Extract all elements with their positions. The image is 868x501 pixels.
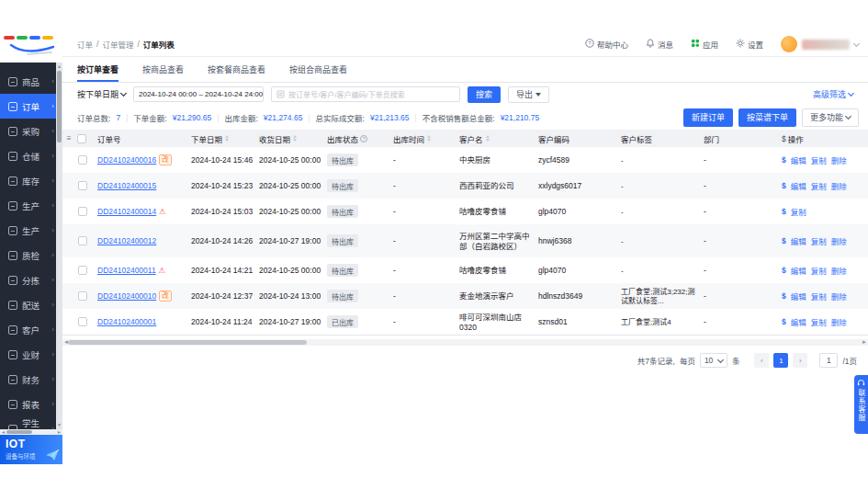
- table-hscrollbar[interactable]: ◄ ►: [62, 339, 868, 346]
- row-action-link[interactable]: 编辑: [791, 180, 806, 191]
- sort-icon[interactable]: [293, 135, 297, 142]
- sidebar-item-student-meal[interactable]: 学生餐›: [0, 416, 62, 429]
- money-action-icon[interactable]: $: [782, 291, 786, 301]
- next-page-button[interactable]: ›: [793, 353, 807, 368]
- breadcrumb-link[interactable]: 订单管理: [102, 39, 133, 50]
- order-number-link[interactable]: DD24102400016: [97, 155, 156, 165]
- sort-icon[interactable]: [427, 135, 431, 142]
- sidebar-item-customer[interactable]: 客户›: [0, 317, 62, 342]
- info-icon[interactable]: ?: [360, 135, 367, 142]
- row-checkbox[interactable]: [78, 155, 87, 165]
- user-menu[interactable]: [781, 36, 859, 52]
- scroll-up-icon[interactable]: ▲: [56, 63, 62, 70]
- topbar-action-apps[interactable]: 应用: [691, 39, 718, 50]
- breadcrumb-link[interactable]: 订单: [77, 39, 93, 50]
- row-checkbox[interactable]: [78, 291, 87, 301]
- tab-1[interactable]: 按订单查看: [77, 63, 118, 82]
- row-action-link[interactable]: 删除: [831, 180, 847, 191]
- sidebar-scrollbar[interactable]: ▲ ▼: [56, 63, 62, 429]
- order-number-link[interactable]: DD24102400001: [97, 317, 156, 326]
- row-action-link[interactable]: 复制: [811, 180, 827, 191]
- advanced-filter-toggle[interactable]: 高级筛选: [813, 88, 853, 100]
- order-number-link[interactable]: DD24102400011: [97, 266, 156, 275]
- sidebar-item-report[interactable]: 报表›: [0, 392, 62, 416]
- row-action-link[interactable]: 删除: [831, 235, 847, 246]
- sidebar-item-finance[interactable]: 财务›: [0, 367, 62, 392]
- row-action-link[interactable]: 编辑: [791, 235, 806, 246]
- row-action-link[interactable]: 删除: [831, 316, 847, 327]
- order-number-link[interactable]: DD24102400015: [97, 181, 156, 190]
- sidebar-item-goods[interactable]: 商品›: [0, 69, 62, 94]
- money-action-icon[interactable]: $: [782, 207, 786, 216]
- order-number-link[interactable]: DD24102400012: [97, 236, 156, 245]
- sidebar-item-quality-check[interactable]: 质检›: [0, 243, 62, 268]
- avatar[interactable]: [781, 36, 797, 52]
- row-action-link[interactable]: 编辑: [791, 316, 806, 327]
- scroll-right-icon[interactable]: ►: [862, 339, 867, 346]
- date-range-input[interactable]: 2024-10-24 00:00 – 2024-10-24 24:00: [133, 86, 264, 102]
- per-page-select[interactable]: 10: [700, 353, 727, 368]
- row-action-link[interactable]: 复制: [811, 154, 827, 165]
- current-page-button[interactable]: 1: [773, 353, 788, 368]
- row-checkbox[interactable]: [78, 266, 87, 275]
- sidebar-item-warehouse[interactable]: 仓储›: [0, 143, 62, 168]
- row-action-link[interactable]: 复制: [791, 206, 806, 217]
- row-checkbox[interactable]: [78, 207, 87, 216]
- row-checkbox[interactable]: [78, 317, 87, 326]
- tab-3[interactable]: 按套餐商品查看: [208, 63, 265, 82]
- row-action-link[interactable]: 编辑: [791, 290, 806, 302]
- customer-service-tab[interactable]: 联系客服: [854, 375, 868, 434]
- money-action-icon[interactable]: $: [782, 155, 786, 165]
- order-number-link[interactable]: DD24102400014: [97, 207, 156, 216]
- sidebar-item-orders[interactable]: 订单›: [0, 94, 62, 119]
- select-all-checkbox[interactable]: [77, 134, 86, 143]
- table-hscrollbar-thumb[interactable]: [68, 340, 307, 345]
- sidebar-item-inventory[interactable]: 库存›: [0, 168, 62, 193]
- export-button[interactable]: 导出: [508, 86, 549, 103]
- scroll-down-icon[interactable]: ▼: [56, 422, 62, 428]
- sidebar-scrollbar-thumb[interactable]: [57, 71, 62, 142]
- page-jump-input[interactable]: 1: [819, 353, 838, 368]
- money-action-icon[interactable]: $: [782, 236, 786, 245]
- order-number-link[interactable]: DD24102400010: [97, 291, 156, 301]
- search-button[interactable]: 搜索: [468, 86, 501, 103]
- topbar-action-bell[interactable]: 消息: [646, 39, 673, 50]
- money-action-icon[interactable]: $: [782, 266, 786, 275]
- row-action-link[interactable]: 删除: [831, 154, 847, 165]
- sidebar-item-production[interactable]: 生产›: [0, 193, 62, 218]
- new-order-button[interactable]: 新建订单: [683, 108, 733, 127]
- prev-page-button[interactable]: ‹: [754, 353, 769, 368]
- sidebar-item-delivery[interactable]: 配送›: [0, 292, 62, 317]
- row-action-link[interactable]: 删除: [831, 290, 847, 302]
- app-logo[interactable]: [0, 32, 62, 63]
- sidebar-hscrollbar-thumb[interactable]: [6, 430, 32, 434]
- row-checkbox[interactable]: [78, 236, 87, 245]
- row-action-link[interactable]: 复制: [811, 316, 827, 327]
- sidebar-item-production2[interactable]: 生产›: [0, 218, 62, 243]
- iot-panel[interactable]: IOT 设备与环境: [0, 435, 62, 464]
- tab-4[interactable]: 按组合商品查看: [289, 63, 347, 82]
- row-action-link[interactable]: 编辑: [791, 154, 806, 165]
- row-action-link[interactable]: 复制: [811, 235, 827, 246]
- expand-all-icon[interactable]: ≡: [62, 134, 75, 142]
- row-checkbox[interactable]: [78, 181, 87, 190]
- topbar-action-help[interactable]: ?帮助中心: [585, 39, 628, 50]
- money-action-icon[interactable]: $: [782, 317, 786, 326]
- sidebar-item-business-finance[interactable]: 业财›: [0, 342, 62, 367]
- sidebar-item-sorting[interactable]: 分拣›: [0, 268, 62, 292]
- sort-icon[interactable]: [486, 135, 490, 142]
- money-action-icon[interactable]: $: [782, 181, 786, 190]
- date-field-select[interactable]: 按下单日期: [77, 88, 126, 100]
- order-date-cell: 2024-10-24 14:21: [191, 266, 259, 275]
- row-action-link[interactable]: 复制: [811, 265, 827, 276]
- menu-order-button[interactable]: 按菜谱下单: [738, 108, 796, 127]
- more-functions-button[interactable]: 更多功能: [802, 108, 859, 127]
- tab-2[interactable]: 按商品查看: [142, 63, 184, 82]
- row-action-link[interactable]: 复制: [811, 290, 827, 302]
- search-input[interactable]: 按订单号/客户/客户编码/下单员搜索: [271, 86, 460, 102]
- row-action-link[interactable]: 编辑: [791, 265, 806, 276]
- topbar-action-settings[interactable]: 设置: [736, 39, 763, 50]
- sort-icon[interactable]: [225, 135, 229, 142]
- sidebar-item-purchase[interactable]: 采购›: [0, 119, 62, 143]
- row-action-link[interactable]: 删除: [831, 265, 847, 276]
